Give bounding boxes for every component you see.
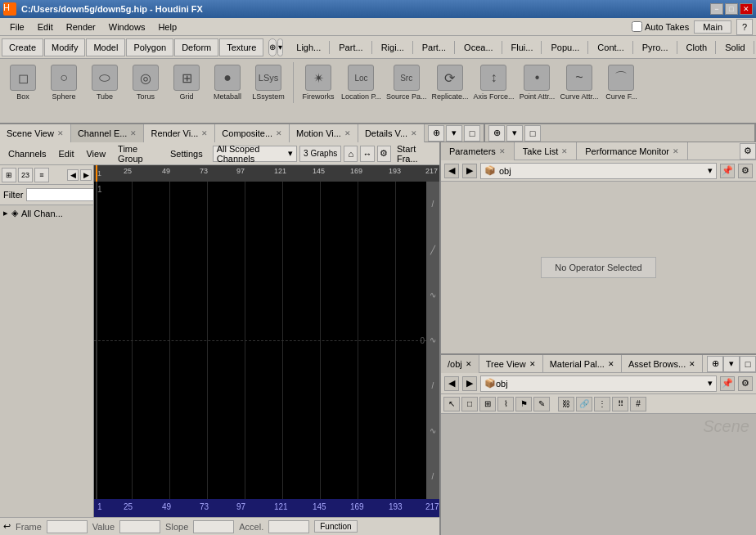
- network-tab-asset-brows[interactable]: Asset Brows... ✕: [622, 355, 703, 373]
- shelf-icon-source[interactable]: Src Source Pa...: [386, 65, 427, 101]
- close-scene-view-icon[interactable]: ✕: [57, 129, 64, 137]
- ch-settings2-button[interactable]: ⚙: [377, 146, 391, 162]
- close-material-pal-icon[interactable]: ✕: [608, 360, 614, 368]
- params-forward-button[interactable]: ▶: [462, 164, 477, 178]
- shelf-tab-pyro[interactable]: Pyro...: [634, 41, 677, 54]
- add-panel-right-button[interactable]: ⊕: [488, 125, 505, 142]
- menu-file[interactable]: File: [3, 20, 31, 34]
- net-box-btn[interactable]: □: [461, 397, 478, 411]
- shelf-tab-ligh[interactable]: Ligh...: [288, 41, 330, 54]
- shelf-icon-sphere[interactable]: ○ Sphere: [46, 65, 82, 101]
- shelf-tab-flui[interactable]: Flui...: [503, 41, 542, 54]
- panel-tab-motion-view[interactable]: Motion Vi... ✕: [290, 124, 358, 142]
- more-button[interactable]: ▾: [277, 38, 283, 56]
- edit-menu[interactable]: Edit: [53, 147, 79, 160]
- add-panel-left-button[interactable]: ⊕: [428, 125, 444, 142]
- net-wire-btn[interactable]: ⌇: [497, 397, 514, 411]
- curve-type-btn-7[interactable]: /: [430, 470, 436, 483]
- ch-num-btn[interactable]: 23: [18, 168, 33, 182]
- network-tab-obj[interactable]: /obj ✕: [441, 355, 479, 373]
- net-more-btn[interactable]: ⋮: [594, 397, 610, 411]
- scoped-channels-dropdown[interactable]: All Scoped Channels ▾: [213, 146, 297, 162]
- close-composite-icon[interactable]: ✕: [276, 129, 282, 137]
- ch-next-btn[interactable]: ▶: [80, 169, 92, 181]
- toolbar-tab-texture[interactable]: Texture: [219, 38, 263, 56]
- toolbar-tab-modify[interactable]: Modify: [44, 38, 85, 56]
- net-link-btn[interactable]: 🔗: [576, 397, 592, 411]
- close-perf-monitor-icon[interactable]: ✕: [673, 147, 679, 155]
- shelf-icon-torus[interactable]: ◎ Torus: [128, 65, 164, 101]
- net-grid-btn[interactable]: #: [630, 397, 646, 411]
- channel-row-all[interactable]: ▸ ◈ All Chan...: [2, 207, 92, 219]
- shelf-icon-grid[interactable]: ⊞ Grid: [169, 65, 205, 101]
- shelf-tab-ocea[interactable]: Ocea...: [456, 41, 502, 54]
- undock-left-button[interactable]: □: [464, 125, 480, 142]
- close-render-view-icon[interactable]: ✕: [201, 129, 208, 137]
- close-button[interactable]: ✕: [740, 3, 753, 15]
- ch-list-btn[interactable]: ≡: [34, 168, 49, 182]
- shelf-tab-popu[interactable]: Popu...: [542, 41, 588, 54]
- net-chain-btn[interactable]: ⛓: [558, 397, 574, 411]
- params-tab-perf-monitor[interactable]: Performance Monitor ✕: [577, 142, 688, 160]
- close-details-view-icon[interactable]: ✕: [411, 129, 417, 137]
- close-tree-view-icon[interactable]: ✕: [529, 360, 536, 368]
- close-params-icon[interactable]: ✕: [499, 147, 506, 155]
- shelf-icon-replicate[interactable]: ⟳ Replicate...: [431, 65, 468, 101]
- ch-home-button[interactable]: ⌂: [344, 146, 358, 162]
- shelf-icon-box[interactable]: ◻ Box: [5, 65, 41, 101]
- network-undock-btn[interactable]: □: [740, 356, 756, 372]
- network-back-button[interactable]: ◀: [444, 376, 459, 391]
- graph-canvas[interactable]: 0 1 / ╱ ∿ ∿ / ∿ /: [94, 182, 439, 499]
- close-obj-tab-icon[interactable]: ✕: [466, 360, 472, 368]
- params-pin-button[interactable]: 📌: [720, 164, 735, 178]
- network-add-btn[interactable]: ⊕: [707, 356, 723, 372]
- undock-right-button[interactable]: □: [524, 125, 541, 142]
- network-forward-button[interactable]: ▶: [462, 376, 477, 391]
- channels-menu[interactable]: Channels: [3, 147, 51, 160]
- net-select-btn[interactable]: ↖: [443, 397, 460, 411]
- curve-type-btn-6[interactable]: ∿: [428, 425, 438, 437]
- net-dots-btn[interactable]: ⠿: [612, 397, 628, 411]
- shelf-tab-cont[interactable]: Cont...: [589, 41, 632, 54]
- shelf-icon-metaball[interactable]: ● Metaball: [209, 65, 245, 101]
- panel-tab-scene-view[interactable]: Scene View ✕: [0, 124, 71, 142]
- network-tab-tree-view[interactable]: Tree View ✕: [479, 355, 543, 373]
- params-gear-button[interactable]: ⚙: [738, 164, 753, 178]
- panel-right-menu-button[interactable]: ▾: [506, 125, 523, 142]
- params-tab-parameters[interactable]: Parameters ✕: [441, 142, 515, 160]
- menu-edit[interactable]: Edit: [31, 20, 60, 34]
- close-channel-editor-icon[interactable]: ✕: [130, 129, 137, 137]
- minimize-button[interactable]: −: [710, 3, 723, 15]
- shelf-tab-cloth[interactable]: Cloth: [678, 41, 717, 54]
- maximize-button[interactable]: □: [725, 3, 738, 15]
- frame-value-input[interactable]: [47, 520, 88, 533]
- toolbar-tab-model[interactable]: Model: [86, 38, 125, 56]
- network-tab-material-pal[interactable]: Material Pal... ✕: [543, 355, 622, 373]
- params-settings-btn[interactable]: ⚙: [740, 143, 756, 160]
- shelf-icon-lsystem[interactable]: LSys LSsystem: [250, 65, 286, 101]
- shelf-tab-part1[interactable]: Part...: [331, 41, 371, 54]
- help-icon[interactable]: ?: [736, 19, 753, 35]
- network-obj-dropdown[interactable]: 📦 obj ▾: [480, 375, 717, 392]
- panel-tab-channel-editor[interactable]: Channel E... ✕: [71, 124, 145, 142]
- curve-type-btn-1[interactable]: /: [430, 198, 436, 210]
- panel-left-menu-button[interactable]: ▾: [446, 125, 462, 142]
- shelf-icon-curve-attr[interactable]: ~ Curve Attr...: [560, 65, 598, 101]
- shelf-icon-tube[interactable]: ⬭ Tube: [87, 65, 123, 101]
- net-note-btn[interactable]: ✎: [533, 397, 550, 411]
- curve-type-btn-2[interactable]: ╱: [429, 244, 437, 256]
- toolbar-tab-deform[interactable]: Deform: [174, 38, 218, 56]
- close-motion-view-icon[interactable]: ✕: [344, 129, 351, 137]
- curve-type-btn-4[interactable]: ∿: [428, 334, 438, 346]
- obj-path-dropdown[interactable]: 📦 obj ▾: [480, 163, 717, 179]
- net-node-btn[interactable]: ⊞: [479, 397, 496, 411]
- net-flag-btn[interactable]: ⚑: [515, 397, 532, 411]
- network-settings-button[interactable]: ⚙: [738, 376, 753, 391]
- panel-tab-details-view[interactable]: Details V... ✕: [358, 124, 425, 142]
- panel-tab-render-view[interactable]: Render Vi... ✕: [144, 124, 215, 142]
- graphs-button[interactable]: 3 Graphs: [299, 146, 341, 162]
- add-tool-button[interactable]: ⊕: [268, 38, 277, 56]
- shelf-icon-axis[interactable]: ↕ Axis Force...: [473, 65, 514, 101]
- toolbar-tab-create[interactable]: Create: [2, 38, 43, 56]
- params-tab-take-list[interactable]: Take List ✕: [515, 142, 577, 160]
